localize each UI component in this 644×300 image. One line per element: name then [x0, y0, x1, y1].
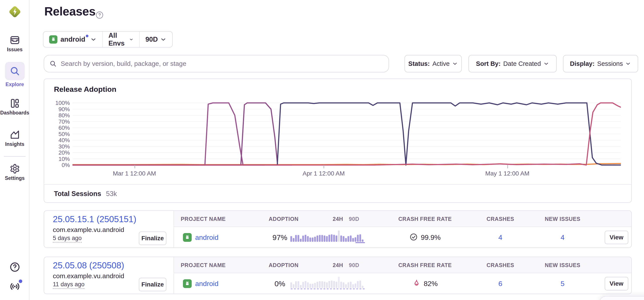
x-tick-label: Mar 1 12:00 AM	[113, 170, 156, 177]
search-icon	[49, 60, 57, 67]
search-icon	[10, 66, 20, 77]
new-issues-link[interactable]: 5	[560, 280, 564, 288]
col-crash-free-rate: CRASH FREE RATE	[398, 211, 452, 227]
project-notification-dot	[86, 35, 88, 37]
x-tick-label: May 1 12:00 AM	[485, 170, 530, 177]
finalize-button[interactable]: Finalize	[139, 278, 166, 291]
sidebar-item-issues[interactable]: Issues	[0, 35, 30, 53]
y-tick-label: 80%	[46, 112, 70, 119]
sessions-sparkline	[290, 230, 365, 244]
col-new-issues: NEW ISSUES	[545, 211, 580, 227]
col-adoption: ADOPTION	[269, 211, 299, 227]
x-tick-mark	[134, 165, 135, 168]
col-90d: 90D	[349, 211, 359, 227]
y-tick-label: 70%	[46, 118, 70, 125]
adoption-value: 0%	[274, 280, 285, 288]
crash-free-value: 82%	[424, 280, 438, 288]
sidebar-item-label: Dashboards	[0, 110, 30, 116]
release-card: 25.05.15.1 (2505151) com.example.vu.andr…	[44, 210, 632, 248]
finalize-button[interactable]: Finalize	[139, 232, 166, 245]
release-package: com.example.vu.android	[53, 226, 124, 234]
y-tick-label: 10%	[46, 156, 70, 162]
flame-icon	[412, 279, 421, 287]
sidebar-item-insights[interactable]: Insights	[0, 130, 30, 147]
search-input[interactable]	[61, 60, 383, 67]
new-issues-link[interactable]: 4	[560, 234, 564, 242]
release-age[interactable]: 5 days ago	[53, 235, 82, 243]
page-help-icon[interactable]	[96, 11, 104, 20]
project-link[interactable]: android	[195, 280, 218, 288]
sidebar-item-dashboards[interactable]: Dashboards	[0, 98, 30, 116]
sidebar-item-settings[interactable]: Settings	[0, 163, 30, 181]
sidebar-item-label: Issues	[0, 47, 30, 53]
dashboards-icon	[10, 98, 20, 102]
new-issues-cell: 5	[560, 273, 564, 294]
adoption-cell: 97%	[272, 227, 287, 248]
date-range-filter-label: 90D	[146, 35, 158, 43]
sort-by-dropdown[interactable]: Sort By: Date Created	[468, 55, 557, 72]
crashes-link[interactable]: 4	[498, 234, 502, 242]
whats-new-button[interactable]	[0, 281, 30, 292]
floating-widget[interactable]	[599, 296, 644, 300]
chevron-down-icon	[452, 61, 458, 67]
col-24h: 24H	[333, 211, 343, 227]
search-bar	[44, 55, 389, 72]
y-tick-label: 0%	[46, 162, 70, 168]
total-sessions-label: Total Sessions	[54, 190, 101, 198]
sidebar-divider	[4, 156, 26, 157]
crash-free-icon	[410, 233, 418, 242]
crash-free-icon	[412, 279, 421, 288]
project-link[interactable]: android	[195, 234, 218, 242]
col-adoption: ADOPTION	[269, 257, 299, 273]
col-project-name: PROJECT NAME	[181, 211, 226, 227]
display-dropdown[interactable]: Display: Sessions	[563, 55, 638, 72]
col-24h: 24H	[333, 257, 343, 273]
project-filter[interactable]: android	[44, 32, 102, 47]
status-value: Active	[432, 60, 450, 67]
chart-title: Release Adoption	[54, 85, 116, 94]
new-issues-cell: 4	[560, 227, 564, 248]
y-tick-label: 90%	[46, 106, 70, 113]
display-label: Display:	[570, 60, 595, 67]
chevron-down-icon	[129, 36, 134, 43]
release-age[interactable]: 11 days ago	[53, 281, 84, 289]
x-tick-mark	[507, 165, 508, 168]
sessions-sparkline	[290, 276, 365, 290]
help-icon	[10, 262, 20, 265]
crashes-cell: 6	[498, 273, 502, 294]
adoption-value: 97%	[272, 233, 287, 242]
org-logo[interactable]	[0, 4, 30, 20]
crash-free-cell: 99.9%	[410, 227, 441, 248]
gear-icon	[10, 163, 20, 167]
crashes-link[interactable]: 6	[498, 280, 502, 288]
release-version-link[interactable]: 25.05.15.1 (2505151)	[53, 214, 136, 224]
crash-free-cell: 82%	[412, 273, 438, 294]
release-package: com.example.vu.android	[53, 272, 124, 280]
x-tick-mark	[324, 165, 324, 168]
environment-filter[interactable]: All Envs	[102, 32, 139, 47]
col-crash-free-rate: CRASH FREE RATE	[398, 257, 452, 273]
date-range-filter[interactable]: 90D	[139, 32, 172, 47]
view-button[interactable]: View	[605, 277, 628, 291]
y-tick-label: 100%	[46, 100, 70, 106]
chevron-down-icon	[543, 61, 549, 67]
display-value: Sessions	[597, 60, 623, 67]
help-button[interactable]	[0, 262, 30, 273]
adoption-cell: 0%	[274, 273, 285, 294]
crashes-cell: 4	[498, 227, 502, 248]
release-version-link[interactable]: 25.05.08 (250508)	[53, 261, 124, 270]
status-dropdown[interactable]: Status: Active	[404, 55, 462, 72]
y-tick-label: 60%	[46, 125, 70, 131]
active-item-highlight	[5, 62, 25, 80]
view-button[interactable]: View	[605, 231, 628, 244]
sort-by-label: Sort By:	[476, 60, 500, 67]
release-adoption-card: Release Adoption 100%90%80%70%60%50%40%3…	[44, 78, 632, 203]
chevron-down-icon	[90, 36, 97, 43]
y-tick-label: 30%	[46, 143, 70, 150]
y-tick-label: 40%	[46, 137, 70, 144]
project-cell: android	[183, 227, 218, 248]
page-filter-bar: android All Envs 90D	[43, 31, 173, 47]
android-project-icon	[183, 233, 192, 242]
sidebar-item-explore[interactable]: Explore	[0, 62, 30, 87]
android-project-icon	[49, 35, 58, 44]
